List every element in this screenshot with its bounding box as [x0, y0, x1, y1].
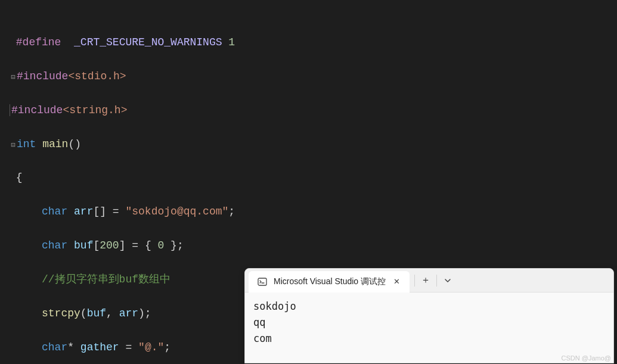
output-line: com — [253, 331, 605, 347]
terminal-tab-title: Microsoft Visual Studio 调试控 — [274, 276, 386, 287]
console-icon — [257, 276, 268, 287]
watermark: CSDN @Jamo@ — [562, 354, 611, 362]
code-line: char arr[] = "sokdojo@qq.com"; — [10, 203, 617, 220]
fold-icon[interactable]: ⊟ — [10, 140, 17, 151]
terminal-tab-bar: Microsoft Visual Studio 调试控 ✕ ＋ — [245, 269, 613, 293]
code-line: #include<string.h> — [10, 102, 617, 119]
close-icon[interactable]: ✕ — [392, 277, 401, 287]
code-line: char buf[200] = { 0 }; — [10, 237, 617, 254]
svg-rect-0 — [258, 278, 266, 285]
new-tab-button[interactable]: ＋ — [415, 271, 436, 290]
output-line: sokdojo — [253, 298, 605, 315]
terminal-tab[interactable]: Microsoft Visual Studio 调试控 ✕ — [249, 271, 410, 293]
code-line: { — [10, 169, 617, 186]
code-line: ⊟#include<stdio.h> — [10, 68, 617, 85]
code-line: #define _CRT_SECURE_NO_WARNINGS 1 — [10, 34, 617, 51]
fold-icon[interactable]: ⊟ — [10, 72, 17, 83]
code-line: ⊟int main() — [10, 136, 617, 153]
terminal-window: Microsoft Visual Studio 调试控 ✕ ＋ sokdojo … — [244, 268, 614, 363]
terminal-output[interactable]: sokdojo qq com — [245, 293, 613, 353]
tab-dropdown-button[interactable] — [437, 271, 458, 290]
output-line: qq — [253, 315, 605, 331]
